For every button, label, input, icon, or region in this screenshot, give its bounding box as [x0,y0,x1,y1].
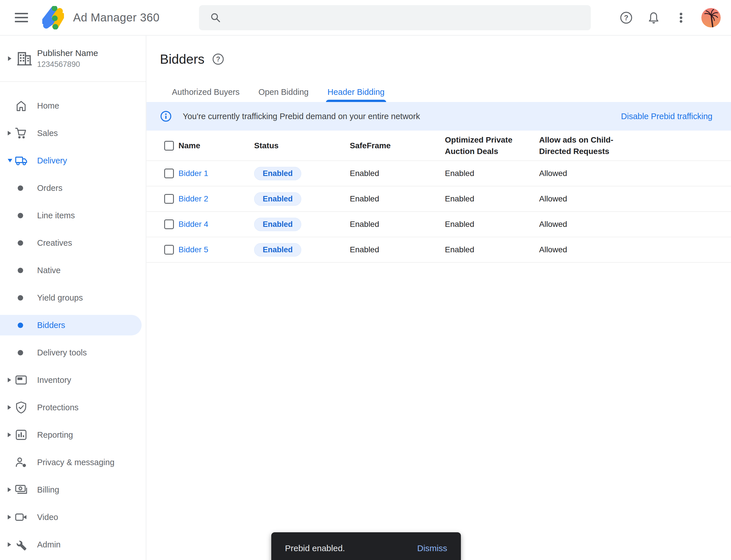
account-avatar[interactable] [701,8,721,27]
bidders-table: Name Status SafeFrame Optimized Private … [147,131,731,263]
search-input[interactable] [230,13,580,23]
bullet-dot-icon [18,185,23,191]
row-checkbox[interactable] [164,245,174,255]
publisher-network-id: 1234567890 [37,60,98,69]
disable-prebid-trafficking-link[interactable]: Disable Prebid trafficking [621,112,712,121]
toast-dismiss-button[interactable]: Dismiss [417,543,447,553]
sidebar-item-admin[interactable]: Admin [0,531,146,558]
publisher-name: Publisher Name [37,48,98,58]
main-content: Bidders ? Authorized Buyers Open Bidding… [147,36,731,560]
wrench-icon [14,538,28,551]
tab-open-bidding[interactable]: Open Bidding [259,85,309,99]
sidebar-item-video[interactable]: Video [0,503,146,531]
row-checkbox[interactable] [164,194,174,204]
optimized-deals-value: Enabled [445,194,539,203]
person-badge-icon [14,455,28,469]
chevron-right-icon [8,378,11,382]
page-help-icon[interactable]: ? [212,53,225,65]
kebab-menu-icon [674,11,688,25]
child-directed-value: Allowed [539,194,731,203]
safeframe-value: Enabled [350,194,445,203]
banner-message: You're currently trafficking Prebid dema… [183,112,420,121]
row-checkbox[interactable] [164,169,174,178]
chevron-right-icon [8,433,11,437]
child-directed-value: Allowed [539,220,731,229]
global-search[interactable] [199,5,591,30]
tab-authorized-buyers[interactable]: Authorized Buyers [172,85,240,99]
toast-message: Prebid enabled. [285,543,345,553]
safeframe-value: Enabled [350,220,445,229]
publisher-account-switcher[interactable]: Publisher Name 1234567890 [0,36,146,82]
table-row: Bidder 5 Enabled Enabled Enabled Allowed [147,237,731,263]
more-options-button[interactable] [674,11,688,25]
table-row: Bidder 1 Enabled Enabled Enabled Allowed [147,161,731,186]
help-button[interactable]: ? [619,11,633,25]
tab-header-bidding[interactable]: Header Bidding [328,85,384,99]
hamburger-menu-button[interactable] [15,10,28,25]
ad-manager-logo-icon [42,6,64,29]
sidebar-item-bidders[interactable]: Bidders [0,311,146,339]
tab-bar: Authorized Buyers Open Bidding Header Bi… [172,85,384,99]
chevron-right-icon [8,542,11,547]
video-camera-icon [14,510,28,524]
bell-icon [647,11,660,25]
chevron-right-icon [8,487,11,492]
chevron-right-icon [8,515,11,519]
search-icon [209,11,222,24]
bullet-dot-icon [18,295,23,301]
status-badge: Enabled [254,192,301,206]
banknote-icon [14,483,28,497]
sidebar-item-sales[interactable]: Sales [0,119,146,147]
optimized-deals-value: Enabled [445,220,539,229]
bullet-dot-icon [18,213,23,218]
sidebar-item-native[interactable]: Native [0,257,146,284]
column-header-optimized-private-auction-deals: Optimized Private Auction Deals [445,134,539,157]
row-checkbox[interactable] [164,219,174,229]
page-title: Bidders [160,51,205,67]
app-title: Ad Manager 360 [73,11,160,24]
status-badge: Enabled [254,243,301,257]
chevron-right-icon [8,131,11,135]
chevron-right-icon [8,56,11,61]
sidebar-item-creatives[interactable]: Creatives [0,229,146,257]
bullet-dot-icon [18,350,23,355]
select-all-checkbox[interactable] [164,141,174,151]
sidebar-item-privacy-messaging[interactable]: Privacy & messaging [0,449,146,476]
bullet-dot-icon [18,268,23,273]
sidebar-item-delivery[interactable]: Delivery [0,147,146,174]
bidder-link[interactable]: Bidder 5 [179,245,208,254]
bidder-link[interactable]: Bidder 4 [179,220,208,229]
toast: Prebid enabled. Dismiss [271,532,461,560]
column-header-name: Name [179,140,254,151]
safeframe-value: Enabled [350,169,445,178]
table-header-row: Name Status SafeFrame Optimized Private … [147,131,731,161]
sidebar-item-reporting[interactable]: Reporting [0,421,146,449]
help-icon: ? [619,11,633,25]
bar-chart-icon [14,428,28,442]
optimized-deals-value: Enabled [445,169,539,178]
column-header-safeframe: SafeFrame [350,140,445,151]
notifications-button[interactable] [646,11,661,25]
status-badge: Enabled [254,167,301,180]
sidebar-item-inventory[interactable]: Inventory [0,366,146,394]
table-row: Bidder 2 Enabled Enabled Enabled Allowed [147,186,731,212]
bidder-link[interactable]: Bidder 1 [179,169,208,178]
sidebar-item-delivery-tools[interactable]: Delivery tools [0,339,146,366]
svg-text:?: ? [624,13,628,21]
home-icon [14,99,28,113]
chevron-down-icon [8,159,12,162]
sidebar-item-protections[interactable]: Protections [0,394,146,421]
sidebar-nav: Publisher Name 1234567890 Home Sales [0,36,146,560]
shield-check-icon [14,401,28,414]
safeframe-value: Enabled [350,245,445,254]
sidebar-item-yield-groups[interactable]: Yield groups [0,284,146,311]
sidebar-item-line-items[interactable]: Line items [0,202,146,229]
optimized-deals-value: Enabled [445,245,539,254]
top-app-bar: Ad Manager 360 ? [0,0,731,35]
sidebar-item-orders[interactable]: Orders [0,174,146,202]
sidebar-item-billing[interactable]: Billing [0,476,146,503]
bullet-dot-icon [18,240,23,246]
sidebar-item-home[interactable]: Home [0,92,146,119]
prebid-info-banner: You're currently trafficking Prebid dema… [147,102,731,131]
bidder-link[interactable]: Bidder 2 [179,194,208,203]
